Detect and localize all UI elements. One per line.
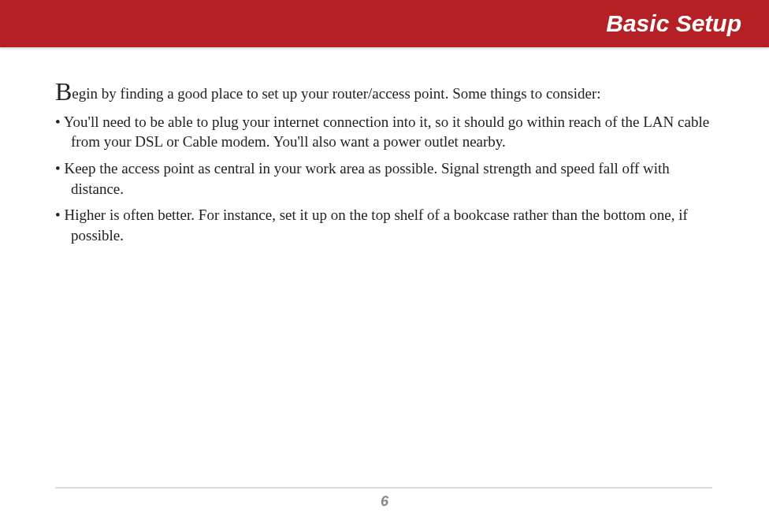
page-content: Begin by finding a good place to set up …: [0, 47, 769, 267]
intro-paragraph: Begin by finding a good place to set up …: [55, 77, 712, 104]
header-bar: Basic Setup: [0, 0, 769, 47]
bullet-item: Keep the access point as central in your…: [55, 158, 712, 199]
page-number: 6: [0, 493, 769, 510]
intro-text: egin by finding a good place to set up y…: [72, 85, 600, 102]
intro-dropcap: B: [55, 77, 72, 106]
page-title: Basic Setup: [606, 10, 741, 37]
bullet-item: You'll need to be able to plug your inte…: [55, 112, 712, 152]
footer-divider: [55, 487, 712, 489]
bullet-item: Higher is often better. For instance, se…: [55, 205, 712, 245]
